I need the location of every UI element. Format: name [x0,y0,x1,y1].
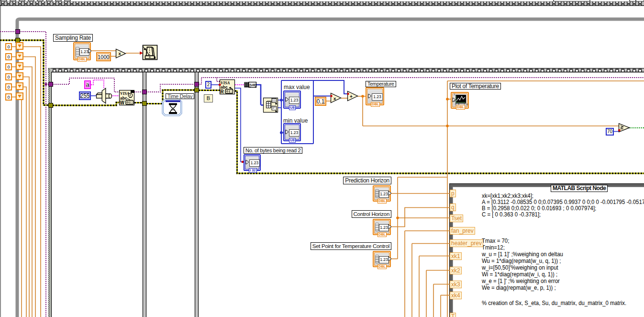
svg-text:x: x [119,51,122,56]
svg-text:W: W [120,100,125,105]
svg-text:+: + [350,94,353,99]
svg-text:abc: abc [120,96,127,101]
svg-text:[U8]: [U8] [250,83,256,87]
svg-text:R: R [221,89,224,94]
svg-text:x: x [333,96,336,101]
svg-text:VISA: VISA [120,91,130,96]
